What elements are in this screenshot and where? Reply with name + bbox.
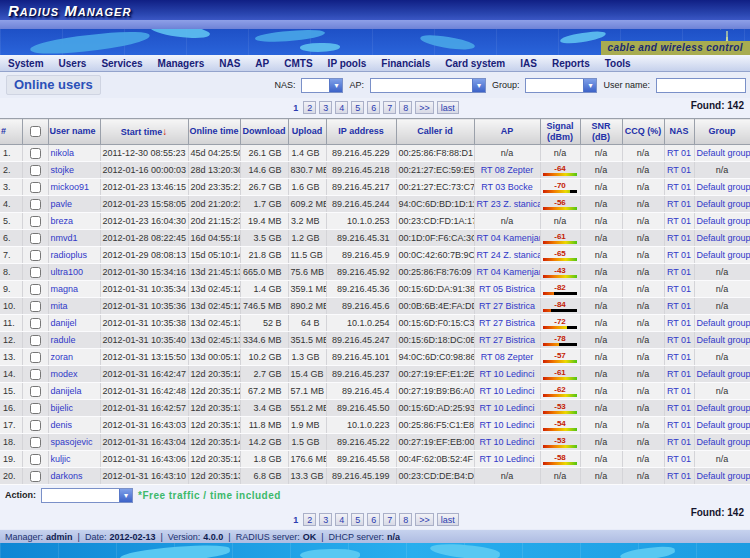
- group-link[interactable]: Default group: [697, 199, 750, 209]
- username-link[interactable]: denis: [51, 420, 73, 430]
- menu-item-ip-pools[interactable]: IP pools: [328, 58, 367, 69]
- ap-link[interactable]: RT 27 Bistrica: [479, 301, 535, 311]
- ap-link[interactable]: RT 23 Z. stanica: [477, 199, 541, 209]
- group-link[interactable]: Default group: [697, 318, 750, 328]
- row-checkbox[interactable]: [30, 165, 41, 176]
- nas-link[interactable]: RT 01: [667, 250, 691, 260]
- row-checkbox[interactable]: [30, 284, 41, 295]
- menu-item-card-system[interactable]: Card system: [445, 58, 505, 69]
- group-link[interactable]: Default group: [697, 420, 750, 430]
- page-next-button[interactable]: >>: [415, 513, 434, 526]
- group-link[interactable]: Default group: [697, 403, 750, 413]
- nas-link[interactable]: RT 01: [667, 199, 691, 209]
- menu-item-services[interactable]: Services: [101, 58, 142, 69]
- username-input[interactable]: [656, 78, 746, 93]
- nas-link[interactable]: RT 01: [667, 267, 691, 277]
- page-button-7[interactable]: 7: [383, 101, 396, 114]
- group-link[interactable]: Default group: [697, 471, 750, 481]
- username-link[interactable]: nmvd1: [51, 233, 78, 243]
- page-button-5[interactable]: 5: [351, 513, 364, 526]
- nas-link[interactable]: RT 01: [667, 148, 691, 158]
- nas-link[interactable]: RT 01: [667, 369, 691, 379]
- nas-link[interactable]: RT 01: [667, 284, 691, 294]
- page-button-3[interactable]: 3: [319, 101, 332, 114]
- nas-link[interactable]: RT 01: [667, 216, 691, 226]
- group-link[interactable]: Default group: [697, 437, 750, 447]
- username-link[interactable]: darkons: [51, 471, 83, 481]
- row-checkbox[interactable]: [30, 250, 41, 261]
- ap-link[interactable]: RT 27 Bistrica: [479, 335, 535, 345]
- menu-item-reports[interactable]: Reports: [552, 58, 590, 69]
- row-checkbox[interactable]: [30, 267, 41, 278]
- ap-select[interactable]: ▾: [370, 78, 486, 93]
- row-checkbox[interactable]: [30, 335, 41, 346]
- nas-link[interactable]: RT 01: [667, 352, 691, 362]
- page-button-6[interactable]: 6: [367, 101, 380, 114]
- username-link[interactable]: radioplus: [51, 250, 88, 260]
- username-link[interactable]: danijela: [51, 386, 82, 396]
- username-link[interactable]: stojke: [51, 165, 75, 175]
- row-checkbox[interactable]: [30, 233, 41, 244]
- page-button-5[interactable]: 5: [351, 101, 364, 114]
- page-button-4[interactable]: 4: [335, 101, 348, 114]
- username-link[interactable]: kuljic: [51, 454, 71, 464]
- menu-item-system[interactable]: System: [8, 58, 44, 69]
- group-link[interactable]: Default group: [697, 369, 750, 379]
- group-link[interactable]: Default group: [697, 233, 750, 243]
- row-checkbox[interactable]: [30, 454, 41, 465]
- ap-link[interactable]: RT 10 Ledinci: [479, 437, 534, 447]
- action-select[interactable]: ▾: [41, 488, 133, 503]
- nas-link[interactable]: RT 01: [667, 335, 691, 345]
- page-last-button[interactable]: last: [437, 513, 459, 526]
- nas-link[interactable]: RT 01: [667, 386, 691, 396]
- username-link[interactable]: pavle: [51, 199, 73, 209]
- menu-item-ias[interactable]: IAS: [520, 58, 537, 69]
- username-link[interactable]: modex: [51, 369, 78, 379]
- username-link[interactable]: nikola: [51, 148, 75, 158]
- username-link[interactable]: zoran: [51, 352, 74, 362]
- nas-link[interactable]: RT 01: [667, 471, 691, 481]
- page-last-button[interactable]: last: [437, 101, 459, 114]
- menu-item-financials[interactable]: Financials: [381, 58, 430, 69]
- page-button-8[interactable]: 8: [399, 513, 412, 526]
- username-link[interactable]: mita: [51, 301, 68, 311]
- nas-link[interactable]: RT 01: [667, 403, 691, 413]
- ap-link[interactable]: RT 10 Ledinci: [479, 454, 534, 464]
- username-link[interactable]: breza: [51, 216, 74, 226]
- menu-item-nas[interactable]: NAS: [219, 58, 240, 69]
- row-checkbox[interactable]: [30, 199, 41, 210]
- row-checkbox[interactable]: [30, 148, 41, 159]
- page-button-2[interactable]: 2: [303, 513, 316, 526]
- ap-link[interactable]: RT 08 Zepter: [481, 352, 534, 362]
- nas-link[interactable]: RT 01: [667, 454, 691, 464]
- ap-link[interactable]: RT 04 Kamenjar: [477, 267, 541, 277]
- page-button-4[interactable]: 4: [335, 513, 348, 526]
- row-checkbox[interactable]: [30, 437, 41, 448]
- row-checkbox[interactable]: [30, 318, 41, 329]
- ap-link[interactable]: RT 05 Bistrica: [479, 284, 535, 294]
- username-link[interactable]: danijel: [51, 318, 77, 328]
- username-link[interactable]: magna: [51, 284, 79, 294]
- nas-link[interactable]: RT 01: [667, 182, 691, 192]
- page-next-button[interactable]: >>: [415, 101, 434, 114]
- group-link[interactable]: Default group: [697, 250, 750, 260]
- ap-link[interactable]: RT 10 Ledinci: [479, 420, 534, 430]
- row-checkbox[interactable]: [30, 352, 41, 363]
- ap-link[interactable]: RT 27 Bistrica: [479, 318, 535, 328]
- ap-link[interactable]: RT 24 Z. stanica: [477, 250, 541, 260]
- menu-item-managers[interactable]: Managers: [158, 58, 205, 69]
- menu-item-tools[interactable]: Tools: [605, 58, 631, 69]
- menu-item-users[interactable]: Users: [59, 58, 87, 69]
- page-button-3[interactable]: 3: [319, 513, 332, 526]
- username-link[interactable]: spasojevic: [51, 437, 93, 447]
- page-button-8[interactable]: 8: [399, 101, 412, 114]
- ap-link[interactable]: RT 10 Ledinci: [479, 403, 534, 413]
- row-checkbox[interactable]: [30, 420, 41, 431]
- nas-link[interactable]: RT 01: [667, 318, 691, 328]
- page-button-7[interactable]: 7: [383, 513, 396, 526]
- username-link[interactable]: mickoo91: [51, 182, 90, 192]
- group-link[interactable]: Default group: [697, 216, 750, 226]
- group-link[interactable]: Default group: [697, 148, 750, 158]
- page-button-2[interactable]: 2: [303, 101, 316, 114]
- row-checkbox[interactable]: [30, 182, 41, 193]
